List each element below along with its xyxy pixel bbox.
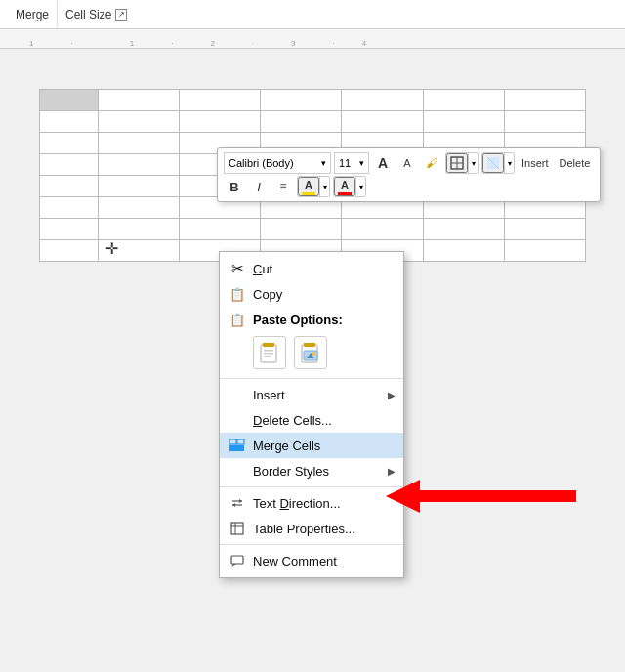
insert-arrow-icon: ▶: [388, 390, 396, 400]
svg-rect-17: [229, 439, 236, 444]
separator-1: [220, 378, 403, 379]
cell-size-label: Cell Size: [65, 8, 111, 21]
shrink-font-button[interactable]: A: [396, 152, 418, 174]
svg-rect-7: [263, 343, 274, 347]
menu-item-insert[interactable]: Insert ▶: [220, 382, 403, 407]
ribbon-merge[interactable]: Merge: [8, 0, 58, 28]
merge-cells-label: Merge Cells: [253, 439, 320, 453]
mini-toolbar: Calibri (Body) ▾ 11 ▾ A A 🖌 ▾: [217, 147, 601, 202]
paste-options-icon: 📋: [229, 312, 245, 327]
svg-marker-30: [386, 480, 420, 513]
delete-cells-icon: [229, 412, 245, 428]
menu-item-cut[interactable]: ✂ Cut: [220, 256, 403, 281]
table-row: [40, 90, 586, 111]
paste-icon-row: [220, 332, 403, 375]
ruler-marks: 1 · 1 · 2 · 3 · 4: [29, 29, 366, 48]
shading-button[interactable]: [482, 153, 504, 173]
font-color-group: A ▾: [333, 176, 366, 197]
ribbon-cell-size[interactable]: Cell Size ↗: [58, 0, 135, 28]
copy-label: Copy: [253, 287, 282, 302]
font-size-value: 11: [339, 157, 351, 169]
table-row: [40, 219, 586, 240]
font-name-value: Calibri (Body): [229, 157, 294, 169]
toolbar-row-1: Calibri (Body) ▾ 11 ▾ A A 🖌 ▾: [224, 152, 594, 174]
svg-rect-24: [231, 523, 243, 534]
svg-rect-18: [237, 439, 244, 444]
cut-label: Cut: [253, 262, 272, 276]
svg-marker-21: [239, 499, 242, 503]
font-size-chevron: ▾: [359, 158, 364, 168]
menu-item-copy[interactable]: 📋 Copy: [220, 281, 403, 307]
red-arrow: [381, 472, 586, 524]
cut-icon: ✂: [229, 261, 245, 276]
menu-item-text-direction[interactable]: Text Direction...: [220, 490, 403, 516]
separator-2: [220, 486, 403, 487]
font-color-chevron[interactable]: ▾: [355, 177, 365, 196]
border-group: ▾: [445, 152, 479, 174]
bold-button[interactable]: B: [224, 176, 245, 197]
highlight-chevron[interactable]: ▾: [319, 177, 329, 196]
document-area: ✛ Calibri (Body) ▾ 11: [0, 50, 625, 672]
font-name-chevron: ▾: [321, 158, 326, 168]
toolbar-row-2: B I ≡ A ▾ A: [224, 176, 594, 197]
menu-item-table-properties[interactable]: Table Properties...: [220, 516, 403, 541]
border-styles-icon: [229, 463, 245, 479]
paste-options-label: Paste Options:: [253, 313, 343, 327]
context-menu: ✂ Cut 📋 Copy 📋 Paste Options:: [219, 251, 404, 578]
highlight-button[interactable]: A: [298, 177, 319, 196]
border-styles-label: Border Styles: [253, 464, 329, 479]
svg-marker-23: [232, 503, 235, 507]
svg-rect-13: [304, 343, 315, 347]
table-properties-icon: [229, 521, 245, 536]
text-direction-icon: [229, 495, 245, 511]
expand-icon: ↗: [115, 9, 127, 21]
copy-icon: 📋: [229, 286, 245, 302]
italic-button[interactable]: I: [248, 176, 270, 197]
new-comment-label: New Comment: [253, 554, 337, 568]
font-name-dropdown[interactable]: Calibri (Body) ▾: [224, 152, 331, 174]
merge-cells-icon: [229, 438, 245, 453]
highlight-group: A ▾: [297, 176, 330, 197]
svg-rect-9: [264, 353, 273, 355]
insert-icon: [229, 387, 245, 402]
separator-3: [220, 544, 403, 545]
svg-rect-27: [231, 556, 243, 564]
insert-button[interactable]: Insert: [518, 152, 553, 174]
border-chevron[interactable]: ▾: [468, 153, 478, 173]
table-row: [40, 111, 586, 133]
svg-point-16: [312, 352, 315, 356]
shading-group: ▾: [481, 152, 515, 174]
insert-label: Insert: [253, 388, 285, 402]
menu-item-merge-cells[interactable]: Merge Cells: [220, 433, 403, 458]
border-button[interactable]: [446, 153, 468, 173]
delete-cells-label: Delete Cells...: [253, 413, 332, 428]
highlight-color-bar: [302, 192, 315, 195]
menu-item-border-styles[interactable]: Border Styles ▶: [220, 458, 403, 483]
svg-rect-8: [264, 350, 273, 352]
shading-chevron[interactable]: ▾: [504, 153, 514, 173]
paste-button-1[interactable]: [253, 336, 286, 369]
svg-rect-10: [264, 356, 271, 357]
paint-format-button[interactable]: 🖌: [421, 152, 442, 174]
menu-item-delete-cells[interactable]: Delete Cells...: [220, 407, 403, 433]
ribbon-bar: Merge Cell Size ↗: [0, 0, 625, 29]
font-color-bar: [338, 192, 352, 195]
ruler: 1 · 1 · 2 · 3 · 4: [0, 29, 625, 49]
grow-font-button[interactable]: A: [372, 152, 394, 174]
align-button[interactable]: ≡: [272, 176, 294, 197]
menu-item-new-comment[interactable]: New Comment: [220, 548, 403, 573]
move-cursor-icon: ✛: [105, 239, 118, 258]
table-properties-label: Table Properties...: [253, 522, 355, 536]
menu-item-paste-options[interactable]: 📋 Paste Options:: [220, 307, 403, 332]
font-size-dropdown[interactable]: 11 ▾: [334, 152, 369, 174]
font-color-button[interactable]: A: [334, 177, 355, 196]
paste-button-2[interactable]: [294, 336, 327, 369]
text-direction-label: Text Direction...: [253, 496, 341, 511]
new-comment-icon: [229, 553, 245, 568]
svg-rect-19: [229, 445, 244, 451]
delete-button[interactable]: Delete: [556, 152, 595, 174]
merge-label: Merge: [16, 8, 49, 21]
